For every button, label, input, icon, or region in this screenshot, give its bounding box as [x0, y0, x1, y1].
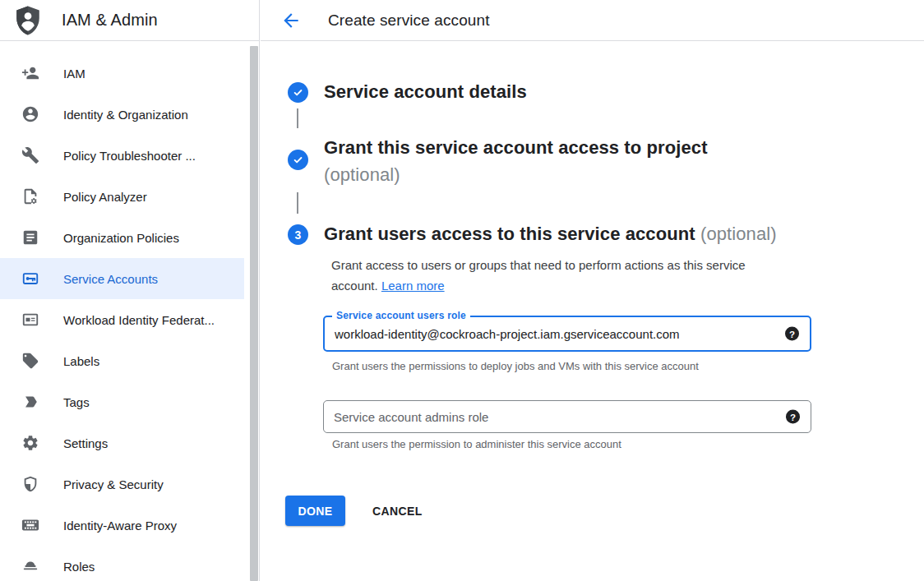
product-title: IAM & Admin	[62, 11, 158, 30]
main-panel: Create service account Service account d…	[261, 0, 924, 581]
sidebar-item-tags[interactable]: Tags	[0, 381, 244, 422]
wrench-icon	[21, 145, 40, 165]
iam-admin-console: IAM & Admin IAMIdentity & OrganizationPo…	[0, 0, 924, 581]
sidebar-header: IAM & Admin	[0, 0, 259, 41]
step2-completed-check-icon	[288, 150, 308, 170]
step3-title: Grant users access to this service accou…	[324, 224, 695, 244]
page-title: Create service account	[328, 12, 490, 30]
admins-role-input[interactable]	[324, 401, 769, 432]
iam-admin-shield-icon	[16, 5, 40, 36]
sidebar-item-identity-aware-proxy[interactable]: Identity-Aware Proxy	[0, 505, 244, 546]
help-icon[interactable]: ?	[786, 410, 800, 424]
step3-number-badge: 3	[288, 224, 308, 245]
sidebar-item-label: Identity-Aware Proxy	[63, 519, 177, 533]
sidebar-item-roles[interactable]: Roles	[0, 546, 244, 581]
arrow-back-icon	[280, 10, 302, 31]
step2-title-block: Grant this service account access to pro…	[324, 134, 708, 188]
sidebar-item-privacy-security[interactable]: Privacy & Security	[0, 463, 244, 505]
step1-completed-check-icon	[288, 82, 308, 103]
gear-icon	[21, 433, 40, 453]
sidebar-item-label: Tags	[63, 395, 90, 409]
sidebar-item-label: Labels	[63, 354, 99, 368]
sidebar-item-service-accounts[interactable]: Service Accounts	[0, 258, 244, 299]
step3-description: Grant access to users or groups that nee…	[331, 255, 746, 296]
step-connector	[297, 108, 298, 128]
sidebar-item-label: Service Accounts	[63, 272, 158, 286]
article-icon	[21, 228, 40, 247]
sidebar-scrollbar[interactable]	[250, 46, 258, 581]
service-account-icon	[21, 269, 40, 288]
step3-description-line2: account.	[331, 279, 378, 293]
admins-role-helper-text: Grant users the permission to administer…	[332, 438, 621, 450]
sidebar-item-identity-organization[interactable]: Identity & Organization	[0, 94, 244, 135]
person-add-icon	[21, 63, 40, 83]
sidebar-item-policy-troubleshooter[interactable]: Policy Troubleshooter ...	[0, 135, 244, 176]
proxy-icon	[21, 515, 40, 535]
sidebar-nav: IAMIdentity & OrganizationPolicy Trouble…	[0, 53, 244, 581]
step3-title-line: Grant users access to this service accou…	[324, 224, 777, 245]
sidebar-item-label: Privacy & Security	[63, 477, 164, 491]
service-account-users-role-field[interactable]: Service account users role ?	[323, 316, 811, 352]
users-role-input[interactable]	[325, 317, 770, 350]
sidebar-item-label: Roles	[63, 560, 95, 574]
sidebar-item-workload-identity-federation[interactable]: Workload Identity Federat...	[0, 299, 244, 340]
membership-card-icon	[21, 310, 40, 330]
sidebar-item-labels[interactable]: Labels	[0, 340, 244, 381]
sidebar-item-label: Identity & Organization	[63, 108, 188, 122]
cancel-button[interactable]: CANCEL	[366, 496, 429, 526]
step3-optional-label: (optional)	[700, 224, 777, 244]
page-header: Create service account	[261, 0, 924, 41]
sidebar-item-label: Workload Identity Federat...	[63, 313, 215, 327]
sidebar-item-organization-policies[interactable]: Organization Policies	[0, 217, 244, 258]
sidebar-item-label: Settings	[63, 436, 108, 450]
step3-description-line1: Grant access to users or groups that nee…	[331, 255, 746, 275]
sidebar-item-label: Policy Analyzer	[63, 190, 147, 204]
shield-half-icon	[21, 474, 40, 494]
sidebar-item-policy-analyzer[interactable]: Policy Analyzer	[0, 176, 244, 217]
hat-icon	[21, 556, 40, 576]
users-role-helper-text: Grant users the permissions to deploy jo…	[332, 360, 699, 372]
back-button[interactable]	[280, 10, 302, 31]
label-important-icon	[21, 392, 40, 412]
step2-title: Grant this service account access to pro…	[324, 134, 708, 161]
sidebar-item-label: Policy Troubleshooter ...	[63, 149, 196, 163]
sidebar-item-label: IAM	[63, 67, 85, 81]
sidebar-item-label: Organization Policies	[63, 231, 179, 245]
step2-optional-label: (optional)	[324, 161, 708, 188]
policy-analyzer-icon	[21, 187, 40, 206]
sidebar-item-settings[interactable]: Settings	[0, 422, 244, 463]
done-button[interactable]: DONE	[285, 496, 345, 526]
sidebar-item-iam[interactable]: IAM	[0, 53, 244, 94]
step1-title: Service account details	[324, 81, 527, 103]
sidebar: IAM & Admin IAMIdentity & OrganizationPo…	[0, 0, 260, 581]
step-connector	[297, 192, 298, 214]
service-account-admins-role-field[interactable]: ?	[323, 400, 811, 433]
tag-icon	[21, 351, 40, 371]
account-circle-icon	[21, 104, 40, 124]
learn-more-link[interactable]: Learn more	[381, 279, 445, 293]
help-icon[interactable]: ?	[785, 327, 799, 341]
